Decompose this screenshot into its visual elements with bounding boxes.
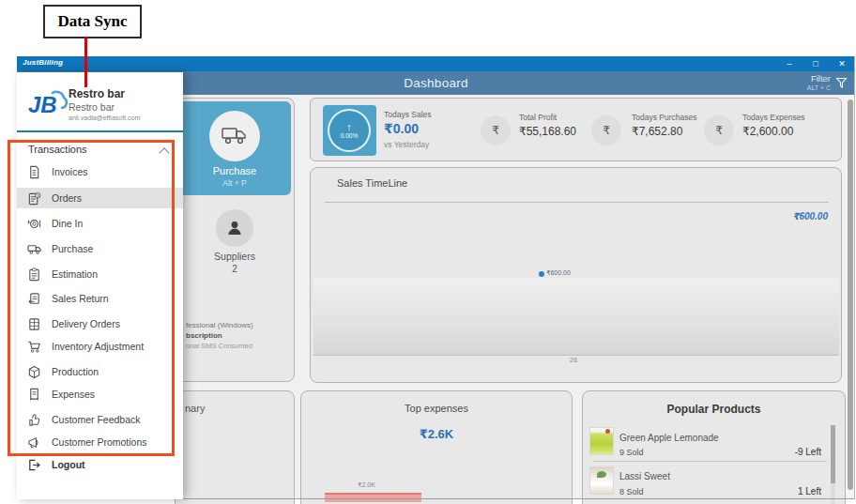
rupee-glyph: ₹ [603,124,610,137]
popular-products-card: Popular Products Green Apple Lemonade 9 … [582,390,846,504]
summary-card: nary [175,390,295,504]
product-left: -9 Left [795,447,821,457]
total-profit-value: ₹55,168.60 [519,125,576,138]
business-subtitle: Restro bar [69,101,115,113]
top-expenses-total: ₹2.6K [301,427,572,441]
suppliers-count: 2 [176,264,294,274]
filter-control[interactable]: Filter ALT + C [807,73,831,92]
minimize-button[interactable]: – [784,56,795,71]
y-axis-max-label: ₹600.00 [792,211,828,221]
sales-timeline-title: Sales TimeLine [337,177,407,189]
svg-text:JB: JB [28,92,57,117]
rupee-glyph: ₹ [492,124,499,137]
window-controls: – □ ✕ [784,56,848,71]
rupee-icon: ₹ [481,115,511,145]
window-right-border [854,56,855,499]
total-profit-label: Total Profit [519,113,557,122]
todays-purchases-label: Todays Purchases [632,113,696,122]
quick-actions-card: Purchase Alt + P Suppliers 2 fessional (… [175,98,295,382]
chart-point-label: ₹600.00 [546,269,571,277]
todays-sales-subtext: vs Yesterday [384,140,429,149]
leaf-decoration [597,471,606,478]
summary-title-fragment: nary [185,403,205,414]
x-axis-tick-label: 26 [311,356,836,364]
logout-icon [26,457,41,472]
todays-expenses-label: Todays Expenses [742,113,805,122]
top-expenses-title: Top expenses [301,403,572,414]
sales-percent: 0.00% [341,132,358,140]
up-arrow-icon: ↑ [346,121,352,132]
purchase-tile-shortcut: Alt + P [178,178,291,188]
filter-shortcut: ALT + C [807,84,831,92]
product-divider [592,461,827,462]
logout-label: Logout [52,459,85,470]
rupee-icon: ₹ [591,115,621,145]
rupee-icon: ₹ [704,115,734,145]
rupee-glyph: ₹ [715,124,723,137]
product-left: 1 Left [798,486,821,496]
todays-expenses-value: ₹2,600.00 [742,125,793,138]
business-email: anil.vadla@effiasoft.com [69,115,140,121]
suppliers-person-icon [216,209,253,247]
todays-sales-value: ₹0.00 [384,121,419,136]
jb-logo: JB [24,84,68,121]
sales-timeline-card: Sales TimeLine ₹600.00 ₹600.00 26 [310,167,842,383]
expense-bar[interactable] [325,493,421,502]
filter-label: Filter [807,73,831,84]
stats-summary-card: ↑ 0.00% Todays Sales ₹0.00 vs Yesterday … [310,98,842,161]
purchase-truck-icon [209,111,260,161]
data-sync-callout-label: Data Sync [57,12,127,31]
maximize-button[interactable]: □ [810,56,821,71]
logout-button[interactable]: Logout [17,454,183,475]
purchase-tile-label: Purchase [178,165,291,176]
todays-sales-label: Todays Sales [384,110,432,119]
close-button[interactable]: ✕ [836,56,848,71]
app-logo: JustBilling [23,58,63,67]
purchase-quick-tile[interactable]: Purchase Alt + P [178,101,291,195]
top-expenses-card: Top expenses ₹2.6K ₹2.0K [300,390,573,504]
product-name[interactable]: Lassi Sweet [619,471,670,481]
sales-trend-badge: ↑ 0.00% [328,109,371,152]
popular-products-title: Popular Products [583,403,845,416]
product-image [589,427,614,455]
data-sync-callout-line [84,37,87,87]
todays-sales-accent-tile: ↑ 0.00% [323,105,376,156]
titlebar: JustBilling – □ ✕ [17,56,855,71]
chart-plot-area [313,278,839,356]
transactions-annotation-rectangle [8,140,175,456]
business-name: Restro bar [69,87,125,100]
data-sync-callout: Data Sync [43,5,142,38]
chart-divider [325,202,829,203]
subscription-line3: onal SMS Consumed [186,342,252,350]
main-scrollbar-thumb[interactable] [848,99,853,490]
product-name[interactable]: Green Apple Lemonade [619,433,719,443]
garnish-decoration [605,429,610,434]
chart-data-point[interactable] [539,271,544,277]
todays-purchases-value: ₹7,652.80 [632,125,682,138]
suppliers-label[interactable]: Suppliers [176,251,294,262]
expense-bar-label: ₹2.0K [358,481,375,489]
sidebar-divider [17,130,183,132]
filter-funnel-icon[interactable] [835,77,848,89]
subscription-line1: fessional (Windows) [186,321,253,329]
product-sold: 9 Sold [619,448,644,457]
product-sold: 8 Sold [619,487,644,496]
product-image [589,466,614,495]
subscription-line2: bscription [186,331,222,340]
products-scrollbar-thumb[interactable] [831,425,835,483]
